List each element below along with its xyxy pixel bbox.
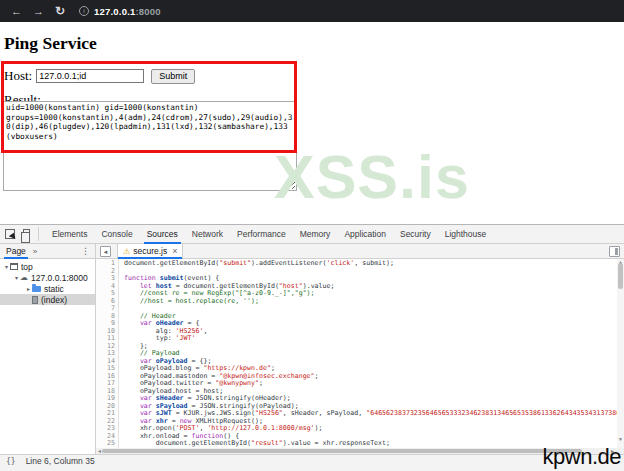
tree-item-label: static <box>44 284 64 294</box>
devtools-tabs: ElementsConsoleSourcesNetworkPerformance… <box>45 225 493 244</box>
nav-back-icon[interactable]: ◂ <box>100 246 111 257</box>
code-lines[interactable]: document.getElementById("submit").addEve… <box>119 259 624 448</box>
editor-status-bar: {} Line 6, Column 35 <box>0 454 624 467</box>
code-line[interactable]: }; <box>124 343 624 351</box>
code-token: "submit" <box>219 259 251 267</box>
code-line[interactable]: //host = host.replace(re, ''); <box>124 298 624 306</box>
file-icon <box>32 296 38 304</box>
url-host: 127.0.0.1 <box>94 6 135 17</box>
tab-sources[interactable]: Sources <box>140 225 185 244</box>
code-token: "646562383732356465653332346238313465653… <box>366 409 624 417</box>
tree-item-127-0-0-1-8000[interactable]: ▾☁127.0.0.1:8000 <box>0 272 95 283</box>
code-token: document.getElementById( <box>124 259 219 267</box>
tree-item-label: (index) <box>41 295 67 305</box>
code-token: ; <box>315 372 319 380</box>
vertical-scrollbar[interactable]: ▲ ▼ <box>617 259 624 448</box>
more-tabs-icon[interactable]: » <box>33 247 37 256</box>
code-token: ; <box>259 379 263 387</box>
tree-item-static[interactable]: ▸static <box>0 283 95 294</box>
code-line[interactable]: document.getElementById("result").value … <box>124 440 624 448</box>
tree-item-label: 127.0.0.1:8000 <box>31 273 88 283</box>
code-token: ).addEventListener( <box>251 259 326 267</box>
result-textarea[interactable]: uid=1000(konstantin) gid=1000(konstantin… <box>3 101 297 191</box>
devtools-subheader: Page » ⋮ ◂ ⚠ secure.js × <box>0 244 624 259</box>
host-row: Host: Submit <box>4 68 195 84</box>
file-tab-bar: ◂ ⚠ secure.js × <box>96 244 624 258</box>
code-line[interactable]: document.getElementById("submit").addEve… <box>124 260 624 268</box>
device-toolbar-icon[interactable] <box>23 229 30 239</box>
vertical-scroll-thumb[interactable] <box>618 263 623 289</box>
tree-item--index-[interactable]: (index) <box>0 294 95 305</box>
cloud-icon: ☁ <box>20 274 28 281</box>
warning-icon: ⚠ <box>123 247 130 256</box>
tab-lighthouse[interactable]: Lighthouse <box>438 225 494 244</box>
code-token: ); <box>315 424 323 432</box>
code-editor: 1234567891011121314151617181920212223242… <box>96 259 624 454</box>
scroll-down-icon[interactable]: ▼ <box>617 436 624 442</box>
tab-application[interactable]: Application <box>337 225 393 244</box>
web-page: Ping Service Host: Submit Result: uid=10… <box>0 22 624 224</box>
horizontal-scroll-thumb[interactable] <box>102 449 582 453</box>
chevron-collapsed-icon[interactable]: ▸ <box>25 285 32 292</box>
code-token: document.getElementById( <box>124 439 251 447</box>
gutter: 1234567891011121314151617181920212223242… <box>96 259 119 448</box>
tree-item-top[interactable]: ▾top <box>0 261 95 272</box>
code-token: 'click' <box>326 259 354 267</box>
tab-console[interactable]: Console <box>94 225 139 244</box>
xss-is-watermark: XSS.is <box>274 142 470 212</box>
host-label: Host: <box>4 68 32 84</box>
code-token: "result" <box>251 439 283 447</box>
chevron-expanded-icon[interactable]: ▾ <box>3 263 10 270</box>
chevron-expanded-icon[interactable]: ▾ <box>13 274 20 281</box>
back-icon[interactable]: ← <box>11 5 22 17</box>
reload-icon[interactable]: ↻ <box>55 4 65 18</box>
tree-item-label: top <box>21 262 33 272</box>
divider <box>38 227 39 241</box>
tab-network[interactable]: Network <box>185 225 230 244</box>
forward-icon[interactable]: → <box>33 5 44 17</box>
submit-button[interactable]: Submit <box>151 69 195 84</box>
browser-toolbar: ← → ↻ i 127.0.0.1:8000 <box>0 0 624 22</box>
code-line[interactable] <box>124 305 624 313</box>
close-icon[interactable]: × <box>172 246 177 256</box>
overflow-menu-icon[interactable]: ⋮ <box>81 246 90 256</box>
file-tab-secure-js[interactable]: ⚠ secure.js × <box>117 244 183 259</box>
tab-security[interactable]: Security <box>393 225 438 244</box>
host-input[interactable] <box>36 69 144 83</box>
horizontal-scrollbar[interactable]: ◄ ► <box>96 448 624 454</box>
file-tab-label: secure.js <box>133 246 167 256</box>
code-scroll: 1234567891011121314151617181920212223242… <box>96 259 624 448</box>
code-token: ).value = xhr.responseText; <box>283 439 390 447</box>
navigator-header: Page » ⋮ <box>0 244 96 258</box>
code-token: , submit); <box>354 259 394 267</box>
site-info-icon[interactable]: i <box>79 6 89 16</box>
tab-elements[interactable]: Elements <box>45 225 94 244</box>
address-bar[interactable]: 127.0.0.1:8000 <box>94 6 161 17</box>
scroll-right-icon[interactable]: ► <box>610 448 615 454</box>
folder-icon <box>32 286 41 292</box>
inspect-element-icon[interactable] <box>5 229 15 239</box>
file-navigator-tree: ▾top▾☁127.0.0.1:8000▸static(index) <box>0 259 96 454</box>
devtools-body: ▾top▾☁127.0.0.1:8000▸static(index) 12345… <box>0 259 624 454</box>
line-number[interactable]: 25 <box>96 440 115 448</box>
tab-page[interactable]: Page <box>6 244 26 259</box>
tab-memory[interactable]: Memory <box>293 225 338 244</box>
toggle-debugger-sidebar-icon[interactable] <box>609 246 620 257</box>
devtools-tab-bar: ElementsConsoleSourcesNetworkPerformance… <box>0 225 624 244</box>
pretty-print-icon[interactable]: {} <box>6 457 16 466</box>
frame-icon <box>10 263 18 270</box>
page-title: Ping Service <box>4 33 97 54</box>
code-token: 'JWT' <box>176 334 196 342</box>
code-token: , sHeader, sPayload, <box>283 409 366 417</box>
code-line[interactable]: alg: 'HS256', <box>124 328 624 336</box>
tab-performance[interactable]: Performance <box>230 225 293 244</box>
code-line[interactable]: typ: 'JWT' <box>124 335 624 343</box>
devtools-panel: ElementsConsoleSourcesNetworkPerformance… <box>0 224 624 471</box>
code-token: //host = host.replace(re, ''); <box>124 297 259 305</box>
code-token: , <box>203 327 207 335</box>
url-port: :8000 <box>135 6 160 17</box>
cursor-position: Line 6, Column 35 <box>26 456 95 466</box>
